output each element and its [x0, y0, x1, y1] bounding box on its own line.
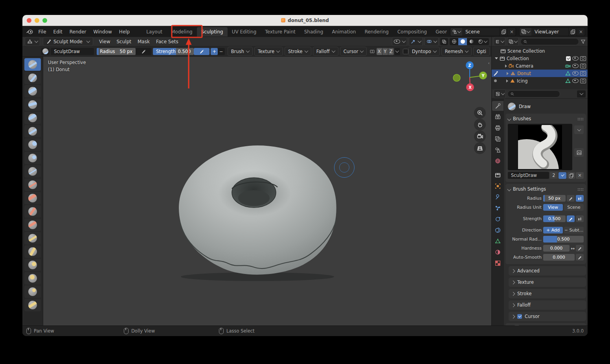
hardness-invert-icon[interactable]: ↔ [571, 246, 575, 251]
advanced-panel-collapsed[interactable]: Advanced [509, 266, 586, 276]
texture-popover[interactable]: Texture [254, 47, 283, 56]
tab-sculpting[interactable]: Sculpting [197, 27, 228, 37]
material-preview-shading-button[interactable] [467, 38, 476, 45]
brush-thumbnail-button[interactable] [41, 48, 50, 55]
outliner-filter-images-selector[interactable] [507, 37, 519, 46]
donut-object-row-selected[interactable]: Donut [492, 70, 588, 77]
collapse-arrow-icon[interactable] [507, 72, 509, 75]
snake-hook-tool-button[interactable] [24, 272, 41, 285]
brush-settings-header[interactable]: Brush Settings [508, 185, 584, 193]
tab-shading[interactable]: Shading [300, 27, 328, 37]
panel-grip-icon[interactable] [577, 118, 584, 120]
new-scene-button[interactable] [499, 28, 507, 36]
constraints-tab[interactable] [492, 225, 503, 235]
material-tab[interactable] [492, 247, 503, 257]
active-brush-name-field[interactable]: SculptDraw [51, 48, 94, 55]
pinch-tool-button[interactable] [24, 232, 41, 245]
perspective-toggle-button[interactable] [474, 142, 486, 154]
viewlayer-selector[interactable]: ViewLayer × [519, 28, 585, 36]
layer-tool-button[interactable] [24, 125, 41, 138]
render-visibility-icon[interactable] [580, 71, 586, 76]
elastic-deform-tool-button[interactable] [24, 259, 41, 271]
grab-tool-button[interactable] [24, 245, 41, 258]
symmetry-popover[interactable] [395, 48, 400, 55]
collection-row[interactable]: Collection [492, 55, 588, 62]
inflate-tool-button[interactable] [24, 138, 41, 151]
viewlayer-name[interactable]: ViewLayer [531, 29, 568, 35]
collection-properties-tab[interactable] [492, 170, 503, 180]
scrape-tool-button[interactable] [24, 205, 41, 218]
mode-selector[interactable]: Sculpt Mode [43, 37, 93, 46]
pose-tool-button[interactable] [24, 299, 41, 311]
stroke-popover[interactable]: Stroke [285, 47, 311, 56]
pan-view-button[interactable] [474, 119, 486, 131]
viewport-3d[interactable]: User Perspective (1) Donut [43, 57, 491, 326]
outliner-search-input[interactable] [529, 39, 576, 44]
properties-options-popover[interactable] [577, 90, 586, 97]
clay-thumb-tool-button[interactable] [24, 112, 41, 124]
falloff-popover[interactable]: Falloff [313, 47, 338, 56]
filter-funnel-icon[interactable] [581, 39, 586, 44]
output-tab[interactable] [492, 123, 503, 133]
duplicate-brush-button[interactable] [567, 172, 575, 179]
scene-selector[interactable]: Scene × [450, 28, 516, 36]
brush-select-dropdown[interactable] [574, 125, 584, 134]
auto-smooth-pressure-toggle[interactable] [576, 254, 584, 261]
auto-smooth-field[interactable]: 0.000 [543, 254, 575, 261]
draw-tool-button[interactable] [24, 58, 41, 71]
menu-file[interactable]: File [35, 28, 50, 36]
particles-tab[interactable] [492, 203, 503, 213]
wireframe-shading-button[interactable] [450, 38, 458, 45]
remesh-popover[interactable]: Remesh [441, 47, 472, 56]
menu-render[interactable]: Render [66, 28, 90, 36]
options-popover[interactable]: Opti [473, 47, 490, 56]
unlink-brush-button[interactable]: × [576, 172, 584, 179]
menu-edit[interactable]: Edit [50, 28, 66, 36]
scene-collection-row[interactable]: Scene Collection [492, 47, 588, 55]
close-window-button[interactable] [27, 18, 31, 23]
blob-tool-button[interactable] [24, 152, 41, 164]
tool-tab[interactable] [492, 101, 503, 111]
radius-pressure-toggle[interactable] [567, 195, 575, 202]
tab-uv-editing[interactable]: UV Editing [228, 27, 261, 37]
strength-pressure-toggle[interactable] [567, 215, 575, 222]
texture-panel-collapsed[interactable]: Texture [509, 278, 586, 287]
sidebar-collapse-arrow[interactable]: ‹ [488, 61, 490, 66]
add-direction-button[interactable]: + [211, 48, 218, 55]
fake-user-shield-toggle[interactable] [559, 172, 566, 179]
symmetry-y-toggle[interactable]: Y [382, 48, 388, 55]
draw-sharp-tool-button[interactable] [24, 72, 41, 84]
modifiers-tab[interactable] [492, 192, 503, 202]
falloff-panel-collapsed[interactable]: Falloff [509, 300, 586, 310]
overlays-popover[interactable] [424, 37, 439, 46]
tab-animation[interactable]: Animation [327, 27, 360, 37]
blender-logo-icon[interactable] [26, 29, 33, 35]
render-visibility-icon[interactable] [580, 79, 586, 83]
camera-view-button[interactable] [474, 131, 486, 142]
crease-tool-button[interactable] [24, 165, 41, 178]
expand-arrow-icon[interactable] [495, 57, 498, 59]
navigation-gizmo[interactable]: Z Y X [448, 60, 491, 95]
object-data-tab[interactable] [492, 236, 503, 246]
zoom-window-button[interactable] [42, 18, 47, 23]
scene-tab[interactable] [492, 145, 503, 155]
unlink-scene-button[interactable]: × [507, 28, 516, 36]
brush-icon-button[interactable] [574, 148, 584, 157]
tab-compositing[interactable]: Compositing [393, 27, 431, 37]
direction-subtract-button[interactable]: − Subt... [564, 227, 584, 233]
object-tab[interactable] [492, 181, 503, 191]
world-tab[interactable] [492, 156, 503, 166]
panel-grip-icon[interactable] [577, 188, 584, 191]
strength-field[interactable]: 0.500 [543, 215, 566, 222]
tab-texture-paint[interactable]: Texture Paint [261, 27, 299, 37]
properties-search-input[interactable] [516, 92, 557, 96]
properties-search[interactable] [507, 90, 560, 97]
brushes-panel-header[interactable]: Brushes [508, 115, 584, 123]
remove-viewlayer-button[interactable]: × [577, 28, 585, 36]
cursor-panel-collapsed[interactable]: Cursor [509, 312, 586, 321]
menu-view[interactable]: View [96, 38, 113, 46]
properties-editor-type-selector[interactable] [494, 89, 506, 98]
menu-sculpt[interactable]: Sculpt [113, 38, 134, 46]
radius-unit-view-button[interactable]: View [543, 204, 563, 211]
hardness-pressure-toggle[interactable] [576, 245, 584, 252]
